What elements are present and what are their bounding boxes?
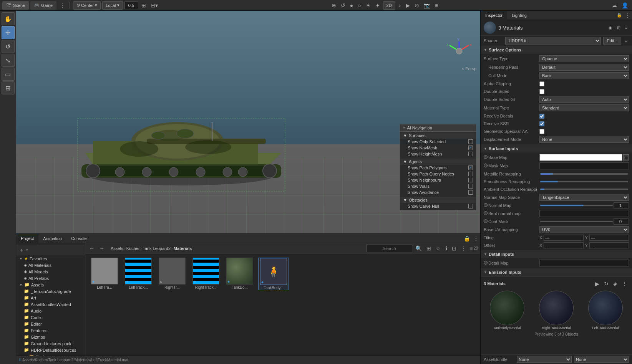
cloud-icon[interactable]: ☁ [610,2,619,9]
terrain-item[interactable]: 📁 _TerrainAutoUpgrade [21,288,85,295]
back-button[interactable]: ← [88,245,96,252]
show-path-query-nodes[interactable]: Show Path Query Nodes [400,171,476,177]
audio-icon[interactable]: ♪ [397,2,403,9]
gizmos-item[interactable]: 📁 Gizmos [21,334,85,340]
alpha-clipping-check[interactable] [539,81,544,86]
project-tab[interactable]: Project [16,234,38,243]
search-input[interactable] [366,245,412,252]
lock-icon[interactable]: 🔒 [615,12,624,18]
double-sided-gi-select[interactable]: Auto [539,96,629,103]
uv-mapping-select[interactable]: UV0 [539,226,629,233]
tiling-y[interactable] [589,235,629,241]
show-neighbours-check[interactable] [468,178,473,182]
show-carve-hull-check[interactable] [468,204,473,208]
view-options-icon[interactable]: ⊞ [425,245,433,252]
mask-map-slot[interactable] [539,162,629,169]
file-item-lefttrack[interactable]: ◈ LeftTrack... [123,258,154,290]
rotate-tool[interactable]: ↺ [2,40,15,53]
surface-type-select[interactable]: Opaque [539,55,629,62]
rect-tool[interactable]: ▭ [2,68,15,81]
animation-tab[interactable]: Animation [38,234,66,243]
file-item-righttramaterial[interactable]: ⊙ RightTr... [157,258,187,290]
file-item-righttrack[interactable]: ◈ RightTrack... [191,258,221,290]
scale-tool[interactable]: ⤡ [2,54,15,67]
show-walls-check[interactable] [468,184,473,189]
mat-preview-tankbody[interactable]: TankBodyMaterial [484,291,531,330]
material-type-select[interactable]: Standard [539,104,629,111]
mat-preview-lefttrack[interactable]: LeftTrackMaterial [582,291,629,330]
receive-ssr-check[interactable] [539,121,544,126]
grid-icon[interactable]: ⊡ [450,245,458,252]
layers-icon[interactable]: ≡ [433,2,440,9]
forward-button[interactable]: → [98,245,106,252]
show-avoidance-check[interactable] [468,190,473,195]
inspector-icon2[interactable]: ⊞ [615,25,622,31]
cull-mode-select[interactable]: Back [539,72,629,79]
detail-inputs-header[interactable]: ▼ Detail Inputs [481,250,632,258]
asset-bundles-item[interactable]: 📁 AssetBundlesWanted [21,301,85,308]
offset-y[interactable] [589,242,629,248]
snap-input[interactable]: 0.5 [124,2,138,9]
shader-select[interactable]: HDRP/Lit [505,37,601,45]
agents-header[interactable]: ▼ Agents [400,159,476,165]
move-tool[interactable]: ✛ [2,26,15,39]
hdrp-item[interactable]: 📁 HDRPDefaultResources [21,347,85,353]
file-item-tankbodyfig[interactable]: 🧍 ◈ TankBody... [258,258,289,290]
art-item[interactable]: 📁 Art [21,295,85,301]
code-item[interactable]: 📁 Code [21,314,85,321]
show-neighbours[interactable]: Show Neighbours [400,177,476,183]
sun-icon[interactable]: ☀ [364,2,372,9]
emission-inputs-header[interactable]: ▼ Emission Inputs [481,268,632,276]
editor-item[interactable]: 📁 Editor [21,321,85,327]
scene-tab[interactable]: 🎬 Scene [2,1,29,10]
bent-normal-slot[interactable] [539,210,629,217]
audio-item[interactable]: 📁 Audio [21,308,85,314]
info-icon[interactable]: ℹ [444,245,449,252]
tab-more-icon[interactable]: ⋮ [472,235,480,242]
ab-variant-select[interactable]: None [574,356,629,363]
ground-textures-item[interactable]: 📁 Ground textures pack [21,340,85,347]
inspector-more-icon[interactable]: ⋮ [624,12,632,19]
offset-x[interactable] [544,242,583,248]
snap-options-icon[interactable]: ⊟▾ [149,2,159,9]
show-navmesh[interactable]: Show NavMesh ✓ [400,145,476,151]
tab-lock-icon[interactable]: 🔒 [462,235,472,242]
edit-shader-button[interactable]: Edit... [603,37,621,45]
rotate-icon[interactable]: ↺ [339,2,347,9]
add-button[interactable]: + [18,246,25,254]
show-only-selected[interactable]: Show Only Selected [400,139,476,145]
rendering-pass-select[interactable]: Default [539,64,629,71]
gizmo-icon[interactable]: ⊙ [413,2,421,9]
ab-select[interactable]: None [517,356,572,363]
all-models-item[interactable]: ◈ All Models [21,268,85,275]
inspector-tab[interactable]: Inspector [481,11,507,20]
double-sided-check[interactable] [539,89,544,94]
favorites-item[interactable]: ▼ ★ Favorites [16,255,85,262]
file-item-lefttramaterial[interactable]: ◈ LeftTra... [89,258,120,290]
show-only-selected-check[interactable] [468,139,473,144]
surface-options-header[interactable]: ▼ Surface Options [481,46,632,54]
refresh-icon[interactable]: ↻ [602,280,610,288]
circle-icon[interactable]: ○ [356,2,362,9]
displacement-mode-select[interactable]: None [539,136,629,143]
file-item-tankbody[interactable]: ◈ TankBo... [224,258,255,290]
mat-preview-righttrack[interactable]: RightTrackMaterial [533,291,580,330]
show-navmesh-check[interactable]: ✓ [468,146,473,150]
ai-nav-overlay[interactable]: ≡ AI Navigation ▼ Surfaces Show Only Sel… [400,124,476,210]
sphere-icon[interactable]: ● [348,2,355,9]
surfaces-header[interactable]: ▼ Surfaces [400,132,476,139]
show-path-query-nodes-check[interactable] [468,172,473,176]
base-map-pick[interactable]: ⊙ [623,154,629,160]
show-walls[interactable]: Show Walls [400,183,476,189]
inspector-icon1[interactable]: ◉ [607,25,614,31]
tab-options-icon[interactable]: ⋮ [58,2,66,9]
fx-icon[interactable]: ✦ [374,2,382,9]
snap-grid-icon[interactable]: ⊞ [140,2,148,9]
show-avoidance[interactable]: Show Avoidance [400,189,476,195]
lighting-tab[interactable]: Lighting [507,11,531,20]
search-icon[interactable]: 🔍 [414,245,423,252]
features-item[interactable]: 📁 Features [21,327,85,334]
preview-more-icon[interactable]: ⋮ [620,280,629,288]
all-materials-item[interactable]: ◈ All Materials [21,262,85,268]
move-icon[interactable]: ⊕ [330,2,338,9]
